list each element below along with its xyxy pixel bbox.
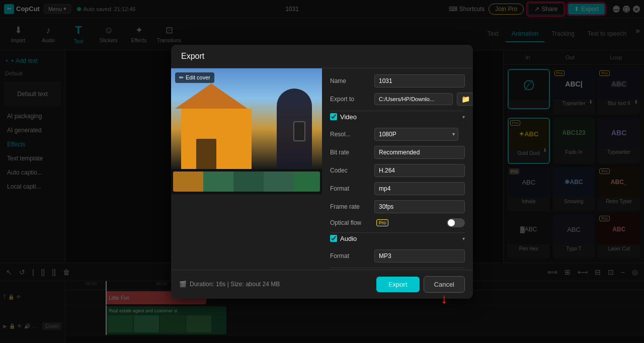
modal-preview: ✏ Edit cover	[171, 68, 322, 270]
modal-title: Export	[171, 45, 473, 68]
audio-arrow-icon: ▾	[462, 236, 465, 241]
footer-info: 🎬 Duration: 16s | Size: about 24 MB	[179, 281, 372, 288]
resolution-select[interactable]: 1080P	[374, 128, 458, 141]
export-modal: Export ✏ Edit cover	[171, 45, 473, 299]
edit-cover-button[interactable]: ✏ Edit cover	[175, 72, 214, 83]
format-label: Format	[330, 185, 370, 192]
export-path-input[interactable]	[374, 93, 453, 105]
modal-footer: 🎬 Duration: 16s | Size: about 24 MB Expo…	[171, 270, 473, 299]
audio-format-select[interactable]: MP3	[374, 249, 465, 263]
frame-3	[233, 172, 264, 192]
video-checkbox[interactable]	[330, 113, 337, 120]
filmstrip-frames	[173, 172, 320, 192]
cancel-modal-button[interactable]: Cancel	[424, 276, 465, 293]
resolution-label: Resol...	[330, 131, 370, 138]
bitrate-select[interactable]: Recommended	[374, 146, 465, 159]
folder-button[interactable]: 📁	[457, 93, 473, 106]
audio-format-label: Format	[330, 252, 370, 260]
frame-1	[173, 172, 203, 192]
frame-5	[294, 172, 320, 192]
phone-prop	[293, 121, 305, 141]
name-input[interactable]	[374, 74, 465, 88]
framerate-select[interactable]: 30fps	[374, 200, 465, 213]
resolution-row: Resol... 1080P ▾	[330, 128, 465, 141]
format-row: Format mp4	[330, 182, 465, 195]
export-modal-label: Export	[388, 281, 408, 288]
framerate-label: Frame rate	[330, 203, 370, 210]
duration-size-text: Duration: 16s | Size: about 24 MB	[190, 281, 280, 288]
video-section-title: Video	[340, 113, 357, 121]
name-row: Name	[330, 74, 465, 88]
edit-cover-label: Edit cover	[186, 74, 210, 80]
modal-overlay: Export ✏ Edit cover	[0, 0, 644, 343]
optical-flow-row: Optical flow Pro	[330, 218, 465, 227]
codec-label: Codec	[330, 167, 370, 174]
preview-filmstrip	[173, 172, 320, 192]
codec-select[interactable]: H.264	[374, 164, 465, 177]
bitrate-label: Bit rate	[330, 149, 370, 156]
codec-row: Codec H.264	[330, 164, 465, 177]
export-to-row: Export to 📁	[330, 93, 465, 106]
export-modal-button[interactable]: Export	[376, 277, 420, 292]
audio-checkbox[interactable]	[330, 235, 337, 242]
modal-body: ✏ Edit cover	[171, 68, 473, 270]
pro-badge-optical: Pro	[376, 219, 388, 226]
export-gif-section-header: Export GIF ▾	[330, 268, 465, 270]
house-roof	[175, 83, 248, 109]
preview-image	[171, 68, 322, 169]
video-section-header: Video ▾	[330, 111, 465, 123]
preview-bottom	[171, 169, 322, 194]
house-door	[196, 139, 216, 169]
bitrate-row: Bit rate Recommended	[330, 146, 465, 159]
audio-section-header: Audio ▾	[330, 232, 465, 244]
audio-format-row: Format MP3	[330, 249, 465, 263]
modal-settings: Name Export to 📁 Video ▾ Resol...	[322, 68, 473, 270]
format-select[interactable]: mp4	[374, 182, 465, 195]
film-icon: 🎬	[179, 281, 187, 288]
optical-flow-toggle[interactable]	[447, 218, 465, 227]
house-body	[181, 109, 252, 169]
cancel-modal-label: Cancel	[434, 281, 454, 288]
frame-2	[203, 172, 233, 192]
audio-section-title: Audio	[340, 235, 357, 242]
framerate-row: Frame rate 30fps	[330, 200, 465, 213]
export-to-label: Export to	[330, 96, 370, 103]
edit-icon: ✏	[179, 74, 184, 81]
video-arrow-icon: ▾	[462, 114, 465, 120]
optical-flow-label: Optical flow	[330, 219, 370, 226]
frame-4	[264, 172, 294, 192]
name-label: Name	[330, 77, 370, 84]
